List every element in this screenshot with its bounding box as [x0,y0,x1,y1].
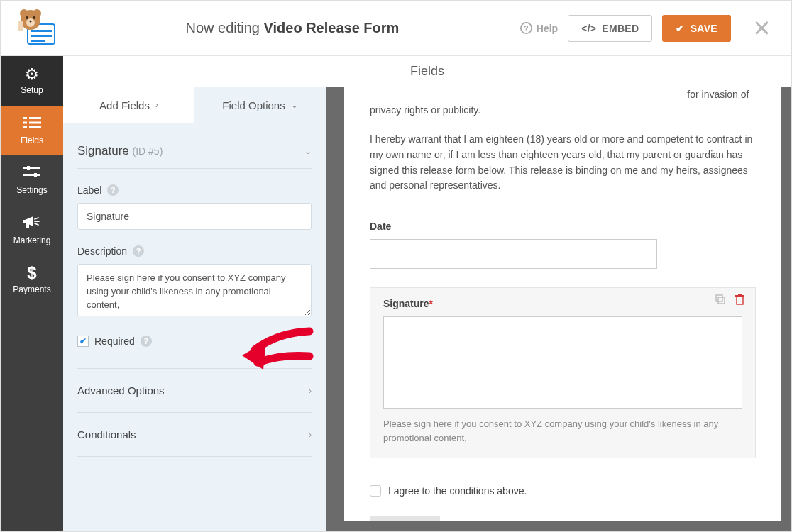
help-icon: ? [520,22,532,34]
label-caption: Label [77,184,101,196]
trash-icon[interactable] [735,294,745,307]
dollar-icon: $ [27,265,36,282]
svg-rect-11 [18,21,23,31]
submit-button[interactable]: Submit [370,516,440,521]
field-options-panel: Add Fields › Field Options ⌄ Signature (… [63,87,326,531]
svg-rect-22 [23,174,40,176]
agree-checkbox[interactable] [370,485,381,497]
editing-prefix: Now editing [185,20,260,35]
chevron-down-icon: ⌄ [304,146,312,156]
nav-marketing[interactable]: Marketing [1,205,63,255]
bullhorn-icon [23,214,41,233]
nav-settings[interactable]: Settings [1,155,63,205]
list-icon [23,116,41,133]
required-star: * [429,298,433,309]
svg-rect-15 [29,117,41,119]
chevron-down-icon: ⌄ [291,100,298,110]
duplicate-icon[interactable] [715,294,726,307]
close-button[interactable]: ✕ [741,15,777,42]
help-icon[interactable]: ? [133,245,144,257]
svg-rect-14 [23,117,27,119]
svg-rect-31 [738,294,742,295]
save-button[interactable]: ✔ SAVE [662,15,731,42]
date-input[interactable] [370,239,657,269]
tab-field-options[interactable]: Field Options ⌄ [194,87,326,123]
agree-label: I agree to the conditions above. [388,485,527,497]
svg-rect-21 [27,166,30,170]
required-checkbox[interactable]: ✔ [77,336,89,347]
description-caption: Description [77,245,127,257]
svg-rect-27 [716,295,722,301]
svg-point-8 [26,16,28,19]
field-title-row[interactable]: Signature (ID #5) ⌄ [77,123,312,169]
svg-rect-17 [29,122,41,124]
conditionals-toggle[interactable]: Conditionals › [77,412,312,456]
page-title: Now editing Video Release Form [65,20,520,36]
chevron-right-icon: › [155,100,158,110]
nav-fields[interactable]: Fields [1,106,63,155]
signature-pad[interactable] [383,316,742,409]
svg-rect-23 [34,173,37,177]
embed-button[interactable]: </> EMBED [568,15,652,42]
signature-label: Signature* [383,298,742,309]
form-name: Video Release Form [264,20,400,35]
svg-rect-28 [718,297,725,304]
svg-rect-3 [31,40,45,42]
field-type-name: Signature [77,144,129,157]
svg-point-7 [26,18,35,27]
form-preview: for invasion of privacy rights or public… [344,87,781,521]
side-nav: ⚙ Setup Fields Settings Marketing $ Paym… [1,56,63,531]
date-label: Date [370,221,756,232]
svg-rect-20 [23,167,40,169]
top-actions: ? Help </> EMBED ✔ SAVE ✕ [520,15,777,42]
svg-rect-16 [23,122,27,124]
svg-rect-18 [23,126,27,128]
check-icon: ✔ [676,23,684,34]
sliders-icon [23,165,40,182]
svg-rect-1 [31,30,52,32]
tab-add-fields[interactable]: Add Fields › [63,87,194,123]
help-icon[interactable]: ? [141,336,152,347]
signature-field-block[interactable]: Signature* Please sign here if you conse… [370,287,756,458]
nav-setup[interactable]: ⚙ Setup [1,56,63,106]
svg-rect-2 [31,35,52,37]
svg-rect-19 [29,126,41,128]
app-logo [15,7,65,50]
svg-rect-29 [737,297,743,304]
svg-rect-24 [23,220,26,223]
signature-description: Please sign here if you consent to XYZ c… [383,417,742,445]
nav-payments[interactable]: $ Payments [1,255,63,304]
body-text: I hereby warrant that I am eighteen (18)… [370,132,756,194]
svg-text:?: ? [524,24,528,33]
svg-rect-25 [26,223,29,228]
gear-icon: ⚙ [25,67,39,82]
chevron-right-icon: › [309,386,312,396]
code-icon: </> [581,23,596,34]
field-id: (ID #5) [133,145,163,157]
section-header: Fields [63,56,791,87]
help-icon[interactable]: ? [107,184,119,196]
help-link[interactable]: ? Help [520,22,558,34]
chevron-right-icon: › [309,430,312,440]
description-input[interactable]: Please sign here if you consent to XYZ c… [77,264,312,316]
body-text: for invasion of privacy rights or public… [370,87,756,118]
svg-rect-30 [735,295,744,297]
arrow-annotation [242,324,320,376]
required-label: Required [94,336,135,347]
svg-point-10 [30,20,32,22]
label-input[interactable] [77,203,312,230]
svg-point-9 [33,16,35,19]
top-bar: Now editing Video Release Form ? Help </… [1,1,791,56]
